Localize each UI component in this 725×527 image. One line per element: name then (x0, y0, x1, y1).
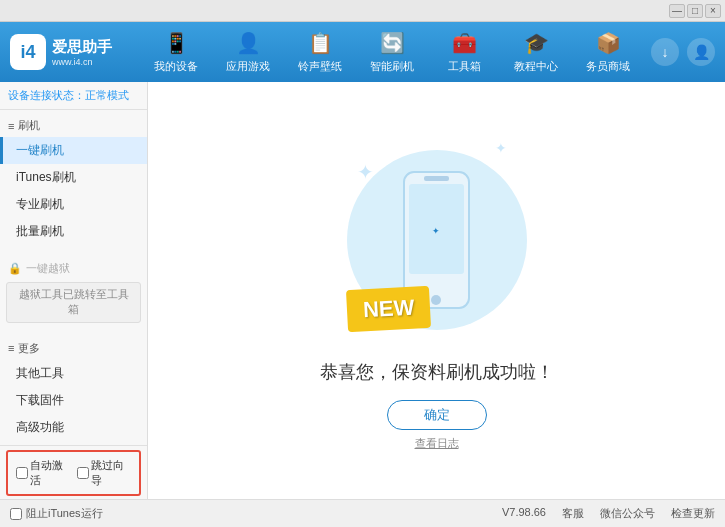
flash-section-icon: ≡ (8, 120, 14, 132)
tab-apps-games[interactable]: 👤 应用游戏 (212, 22, 284, 82)
business-icon: 📦 (596, 31, 621, 55)
status-label: 设备连接状态： (8, 89, 85, 101)
auto-activate-checkbox[interactable] (16, 467, 28, 479)
jailbreak-label: 一键越狱 (26, 261, 70, 276)
guide-restore-text: 跳过向导 (91, 458, 132, 488)
log-link[interactable]: 查看日志 (415, 436, 459, 451)
tab-tutorials-label: 教程中心 (514, 59, 558, 74)
maximize-button[interactable]: □ (687, 4, 703, 18)
tab-business[interactable]: 📦 务员商域 (572, 22, 644, 82)
sidebar-item-other-tools[interactable]: 其他工具 (0, 360, 147, 387)
tab-tutorials[interactable]: 🎓 教程中心 (500, 22, 572, 82)
toolbox-icon: 🧰 (452, 31, 477, 55)
more-section: ≡ 更多 其他工具 下载固件 高级功能 (0, 333, 147, 445)
tab-smart-flash-label: 智能刷机 (370, 59, 414, 74)
footer-left: 阻止iTunes运行 (10, 506, 103, 521)
sidebar-bottom: 自动激活 跳过向导 📱 iPhone 15 Pro Max 512GB iPho… (0, 445, 147, 499)
wechat-link[interactable]: 微信公众号 (600, 506, 655, 521)
close-button[interactable]: × (705, 4, 721, 18)
tab-ringtones-label: 铃声壁纸 (298, 59, 342, 74)
minimize-button[interactable]: — (669, 4, 685, 18)
app-subtitle: www.i4.cn (52, 57, 112, 67)
sidebar-item-itunes-flash[interactable]: iTunes刷机 (0, 164, 147, 191)
tab-my-device[interactable]: 📱 我的设备 (140, 22, 212, 82)
smart-flash-icon: 🔄 (380, 31, 405, 55)
customer-service-link[interactable]: 客服 (562, 506, 584, 521)
auto-options-group: 自动激活 跳过向导 (6, 450, 141, 496)
logo-area: i4 爱思助手 www.i4.cn (0, 22, 140, 82)
jailbreak-section: 🔒 一键越狱 越狱工具已跳转至工具箱 (0, 253, 147, 329)
main-content: ✦ ✦ ✦ NEW 恭喜您，保资料刷机成功啦！ 确定 查看日志 (148, 82, 725, 499)
logo-text: 爱思助手 www.i4.cn (52, 38, 112, 67)
flash-section-label: 刷机 (18, 118, 40, 133)
user-button[interactable]: 👤 (687, 38, 715, 66)
tutorials-icon: 🎓 (524, 31, 549, 55)
tab-ringtones[interactable]: 📋 铃声壁纸 (284, 22, 356, 82)
sidebar: 设备连接状态：正常模式 ≡ 刷机 一键刷机 iTunes刷机 专业刷机 批量刷机… (0, 82, 148, 499)
sidebar-item-pro-flash[interactable]: 专业刷机 (0, 191, 147, 218)
success-message: 恭喜您，保资料刷机成功啦！ (320, 360, 554, 384)
svg-point-3 (431, 295, 441, 305)
tab-apps-games-label: 应用游戏 (226, 59, 270, 74)
sidebar-item-batch-flash[interactable]: 批量刷机 (0, 218, 147, 245)
guide-restore-label[interactable]: 跳过向导 (77, 458, 132, 488)
tab-smart-flash[interactable]: 🔄 智能刷机 (356, 22, 428, 82)
confirm-button[interactable]: 确定 (387, 400, 487, 430)
tab-toolbox[interactable]: 🧰 工具箱 (428, 22, 500, 82)
tab-my-device-label: 我的设备 (154, 59, 198, 74)
sidebar-item-one-click-flash[interactable]: 一键刷机 (0, 137, 147, 164)
more-section-header: ≡ 更多 (0, 337, 147, 360)
app-title: 爱思助手 (52, 38, 112, 57)
auto-activate-text: 自动激活 (30, 458, 71, 488)
flash-section: ≡ 刷机 一键刷机 iTunes刷机 专业刷机 批量刷机 (0, 110, 147, 249)
block-itunes-label: 阻止iTunes运行 (26, 506, 103, 521)
tab-toolbox-label: 工具箱 (448, 59, 481, 74)
phone-illustration: ✦ ✦ ✦ NEW (337, 130, 537, 350)
ringtones-icon: 📋 (308, 31, 333, 55)
version-label: V7.98.66 (502, 506, 546, 521)
new-badge-text: NEW (362, 295, 415, 323)
nav-tabs: 📱 我的设备 👤 应用游戏 📋 铃声壁纸 🔄 智能刷机 🧰 工具箱 🎓 教程中心… (140, 22, 651, 82)
title-bar: — □ × (0, 0, 725, 22)
status-value: 正常模式 (85, 89, 129, 101)
svg-text:✦: ✦ (432, 226, 440, 236)
star-left-icon: ✦ (357, 160, 374, 184)
logo-icon: i4 (10, 34, 46, 70)
more-section-icon: ≡ (8, 342, 14, 354)
guide-restore-checkbox[interactable] (77, 467, 89, 479)
footer: 阻止iTunes运行 V7.98.66 客服 微信公众号 检查更新 (0, 499, 725, 527)
tab-business-label: 务员商域 (586, 59, 630, 74)
my-device-icon: 📱 (164, 31, 189, 55)
header: i4 爱思助手 www.i4.cn 📱 我的设备 👤 应用游戏 📋 铃声壁纸 🔄… (0, 22, 725, 82)
new-badge: NEW (345, 286, 430, 332)
flash-section-header: ≡ 刷机 (0, 114, 147, 137)
apps-games-icon: 👤 (236, 31, 261, 55)
sidebar-item-download-firmware[interactable]: 下载固件 (0, 387, 147, 414)
main-area: 设备连接状态：正常模式 ≡ 刷机 一键刷机 iTunes刷机 专业刷机 批量刷机… (0, 82, 725, 499)
download-button[interactable]: ↓ (651, 38, 679, 66)
jailbreak-header: 🔒 一键越狱 (0, 257, 147, 280)
star-right-icon: ✦ (495, 140, 507, 156)
svg-rect-2 (424, 176, 449, 181)
connection-status: 设备连接状态：正常模式 (0, 82, 147, 110)
jailbreak-notice: 越狱工具已跳转至工具箱 (6, 282, 141, 323)
more-section-label: 更多 (18, 341, 40, 356)
block-itunes-checkbox[interactable] (10, 508, 22, 520)
footer-right: V7.98.66 客服 微信公众号 检查更新 (502, 506, 715, 521)
check-update-link[interactable]: 检查更新 (671, 506, 715, 521)
sidebar-item-advanced[interactable]: 高级功能 (0, 414, 147, 441)
lock-icon: 🔒 (8, 262, 22, 275)
header-right: ↓ 👤 (651, 38, 725, 66)
auto-activate-label[interactable]: 自动激活 (16, 458, 71, 488)
